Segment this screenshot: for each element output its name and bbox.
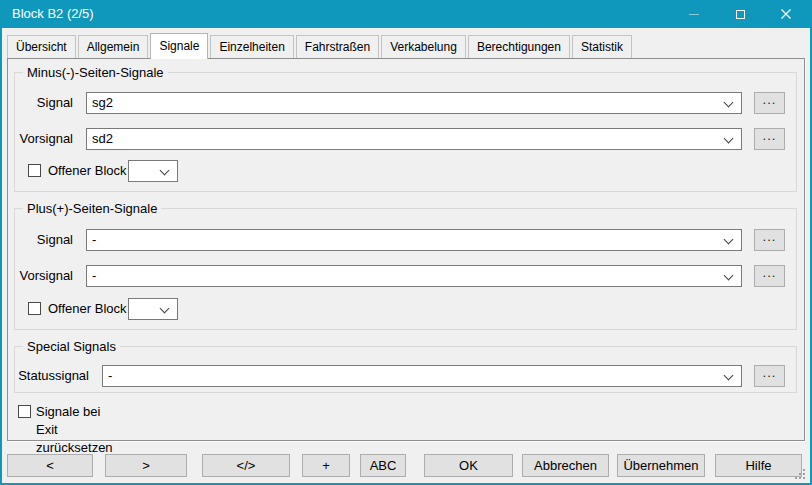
prev-button[interactable]: < xyxy=(7,454,93,477)
offener-block-label[interactable]: Offener Block xyxy=(48,160,127,182)
tab-strip: Übersicht Allgemein Signale Einzelheiten… xyxy=(7,32,634,59)
minus-offener-block-checkbox[interactable] xyxy=(28,164,41,177)
help-button[interactable]: Hilfe xyxy=(715,454,802,477)
statussignal-browse-button[interactable]: ... xyxy=(754,365,785,387)
dialog-client-area: Übersicht Allgemein Signale Einzelheiten… xyxy=(2,28,810,483)
maximize-button[interactable] xyxy=(717,0,763,28)
dialog-window: Block B2 (2/5) Übersicht Allgemein Signa… xyxy=(0,0,812,485)
group-title: Special Signals xyxy=(23,339,120,354)
tab-einzelheiten[interactable]: Einzelheiten xyxy=(210,35,293,58)
window-title: Block B2 (2/5) xyxy=(12,0,94,28)
chevron-down-icon[interactable] xyxy=(160,166,170,176)
plus-button[interactable]: + xyxy=(302,454,350,477)
chevron-down-icon[interactable] xyxy=(724,98,734,108)
group-minus-seiten-signale: Minus(-)-Seiten-Signale Signal sg2 ... V… xyxy=(14,72,797,192)
abc-button[interactable]: ABC xyxy=(360,454,406,477)
maximize-icon xyxy=(736,10,745,19)
minimize-icon xyxy=(689,14,699,15)
plus-vorsignal-browse-button[interactable]: ... xyxy=(754,265,785,287)
tab-allgemein[interactable]: Allgemein xyxy=(78,35,149,58)
tab-statistik[interactable]: Statistik xyxy=(572,35,632,58)
cancel-button[interactable]: Abbrechen xyxy=(522,454,609,477)
tab-uebersicht[interactable]: Übersicht xyxy=(7,35,76,58)
plus-signal-browse-button[interactable]: ... xyxy=(754,229,785,251)
minus-vorsignal-combobox[interactable]: sd2 xyxy=(86,128,742,150)
minus-offener-block-combobox[interactable] xyxy=(128,160,178,182)
chevron-down-icon[interactable] xyxy=(724,271,734,281)
plus-vorsignal-combobox[interactable]: - xyxy=(86,265,742,287)
tab-signale[interactable]: Signale xyxy=(150,33,208,59)
chevron-down-icon[interactable] xyxy=(724,371,734,381)
tab-berechtigungen[interactable]: Berechtigungen xyxy=(468,35,570,58)
chevron-down-icon[interactable] xyxy=(724,134,734,144)
minimize-button xyxy=(671,0,717,28)
minus-signal-browse-button[interactable]: ... xyxy=(754,92,785,114)
plus-signal-combobox[interactable]: - xyxy=(86,229,742,251)
group-title: Minus(-)-Seiten-Signale xyxy=(23,65,168,80)
vorsignal-label: Vorsignal xyxy=(15,128,73,150)
group-plus-seiten-signale: Plus(+)-Seiten-Signale Signal - ... Vors… xyxy=(14,208,797,330)
vorsignal-label: Vorsignal xyxy=(15,265,73,287)
plus-offener-block-checkbox[interactable] xyxy=(28,302,41,315)
resize-grip-icon[interactable] xyxy=(803,477,805,479)
signal-label: Signal xyxy=(15,229,73,251)
group-title: Plus(+)-Seiten-Signale xyxy=(23,201,161,216)
close-icon xyxy=(781,9,791,19)
minus-signal-combobox[interactable]: sg2 xyxy=(86,92,742,114)
tab-verkabelung[interactable]: Verkabelung xyxy=(381,35,466,58)
minus-vorsignal-browse-button[interactable]: ... xyxy=(754,128,785,150)
chevron-down-icon[interactable] xyxy=(160,304,170,314)
chevron-down-icon[interactable] xyxy=(724,235,734,245)
statussignal-combobox[interactable]: - xyxy=(102,365,742,387)
group-special-signals: Special Signals Statussignal - ... xyxy=(14,346,797,393)
apply-button[interactable]: Übernehmen xyxy=(617,454,705,477)
ok-button[interactable]: OK xyxy=(424,454,513,477)
tab-fahrstrassen[interactable]: Fahrstraßen xyxy=(296,35,379,58)
titlebar[interactable]: Block B2 (2/5) xyxy=(0,0,812,28)
next-button[interactable]: > xyxy=(105,454,187,477)
code-button[interactable]: </> xyxy=(202,454,290,477)
statussignal-label: Statussignal xyxy=(15,365,89,387)
signale-exit-checkbox[interactable] xyxy=(18,405,31,418)
offener-block-label[interactable]: Offener Block xyxy=(48,298,127,320)
signale-exit-label[interactable]: Signale bei Exit zurücksetzen xyxy=(36,403,113,457)
close-button[interactable] xyxy=(763,0,809,28)
plus-offener-block-combobox[interactable] xyxy=(128,298,178,320)
signal-label: Signal xyxy=(15,92,73,114)
